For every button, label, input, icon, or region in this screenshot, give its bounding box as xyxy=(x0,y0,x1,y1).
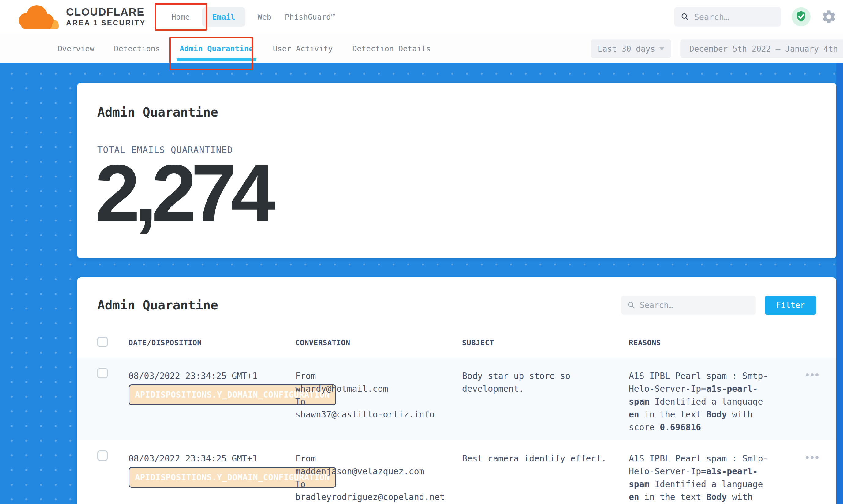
brand-subtitle: AREA 1 SECURITY xyxy=(66,19,146,27)
top-header: CLOUDFLARE AREA 1 SECURITY Home Email We… xyxy=(0,0,843,34)
secondary-nav: Overview Detections Admin Quarantine Use… xyxy=(0,34,843,63)
row-actions-menu[interactable] xyxy=(788,440,836,459)
column-header-conversation: CONVERSATION xyxy=(295,339,462,347)
column-header-date-disposition: DATE/DISPOSITION xyxy=(128,339,295,347)
summary-card-title: Admin Quarantine xyxy=(97,105,816,120)
gear-icon xyxy=(821,9,837,25)
from-label: From xyxy=(295,452,450,465)
tab-detections[interactable]: Detections xyxy=(114,44,160,53)
period-label: Last 30 days xyxy=(598,44,655,54)
filter-button[interactable]: Filter xyxy=(765,296,816,315)
protection-status-button[interactable] xyxy=(792,7,811,26)
ellipsis-icon xyxy=(806,456,809,459)
to-label: To xyxy=(295,478,450,491)
cloudflare-logo[interactable]: CLOUDFLARE AREA 1 SECURITY xyxy=(12,3,146,31)
row-checkbox[interactable] xyxy=(97,450,108,461)
tab-admin-quarantine[interactable]: Admin Quarantine xyxy=(180,44,253,53)
chevron-down-icon xyxy=(660,48,664,51)
metric-value: 2,274 xyxy=(95,152,816,234)
date-range-field[interactable]: December 5th 2022 — January 4th 2023 xyxy=(680,39,843,58)
search-icon xyxy=(681,12,689,22)
table-row: 08/03/2022 23:34:25 GMT+1 APIDISPOSITION… xyxy=(77,440,836,504)
brand-title: CLOUDFLARE xyxy=(66,6,146,18)
from-address: whardy@hotmail.com xyxy=(295,383,450,395)
global-search-input[interactable] xyxy=(694,12,774,22)
shield-check-icon xyxy=(792,7,811,26)
conversation-cell: From maddenjason@velazquez.com To bradle… xyxy=(295,440,462,504)
global-search[interactable] xyxy=(674,7,781,26)
table-header-row: DATE/DISPOSITION CONVERSATION SUBJECT RE… xyxy=(77,339,836,358)
to-label: To xyxy=(295,395,450,408)
settings-button[interactable] xyxy=(821,9,837,25)
from-label: From xyxy=(295,370,450,383)
reasons-cell: A1S IPBL Pearl spam : Smtp-Helo-Server-I… xyxy=(629,358,788,434)
table-search-input[interactable] xyxy=(640,301,750,310)
summary-card: Admin Quarantine TOTAL EMAILS QUARANTINE… xyxy=(77,83,836,258)
tab-overview[interactable]: Overview xyxy=(57,44,94,53)
period-dropdown[interactable]: Last 30 days xyxy=(591,39,671,58)
tab-detection-details[interactable]: Detection Details xyxy=(352,44,431,53)
scrollbar[interactable] xyxy=(836,63,843,504)
table-card-title: Admin Quarantine xyxy=(97,298,621,312)
nav-item-email[interactable]: Email xyxy=(202,7,245,26)
select-all-checkbox[interactable] xyxy=(97,337,108,347)
quarantine-table-card: Admin Quarantine Filter DATE/DISPOSITION… xyxy=(77,277,836,504)
from-address: maddenjason@velazquez.com xyxy=(295,465,450,478)
reasons-cell: A1S IPBL Pearl spam : Smtp-Helo-Server-I… xyxy=(629,440,788,504)
cloudflare-cloud-icon xyxy=(12,3,61,31)
conversation-cell: From whardy@hotmail.com To shawn37@casti… xyxy=(295,358,462,421)
subject-cell: Body star up store so development. xyxy=(462,358,629,395)
ellipsis-icon xyxy=(806,373,809,376)
column-header-reasons: REASONS xyxy=(629,339,788,347)
row-checkbox[interactable] xyxy=(97,368,108,378)
row-date: 08/03/2022 23:34:25 GMT+1 xyxy=(128,453,257,464)
date-range-label: December 5th 2022 — January 4th 2023 xyxy=(689,44,843,54)
to-address: bradleyrodriguez@copeland.net xyxy=(295,491,450,504)
to-address: shawn37@castillo-ortiz.info xyxy=(295,408,450,421)
primary-nav: Home Email Web PhishGuard™ xyxy=(164,7,342,26)
subject-cell: Best camera identify effect. xyxy=(462,440,629,465)
search-icon xyxy=(627,301,635,310)
table-row: 08/03/2022 23:34:25 GMT+1 APIDISPOSITION… xyxy=(77,358,836,440)
main-content: Admin Quarantine TOTAL EMAILS QUARANTINE… xyxy=(0,63,843,504)
nav-item-home[interactable]: Home xyxy=(164,13,196,21)
nav-item-web[interactable]: Web xyxy=(251,13,278,21)
row-actions-menu[interactable] xyxy=(788,358,836,376)
column-header-subject: SUBJECT xyxy=(462,339,629,347)
header-actions xyxy=(674,0,837,34)
table-search[interactable] xyxy=(621,296,756,315)
row-date: 08/03/2022 23:34:25 GMT+1 xyxy=(128,371,257,381)
nav-item-phishguard[interactable]: PhishGuard™ xyxy=(278,13,343,21)
tab-user-activity[interactable]: User Activity xyxy=(273,44,333,53)
